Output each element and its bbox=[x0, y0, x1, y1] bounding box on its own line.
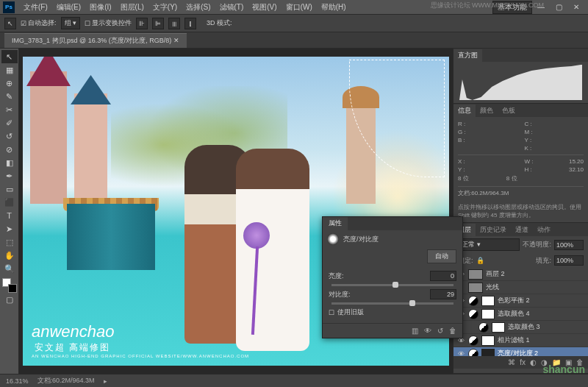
right-panels: 直方图 信息 颜色 色板 R : G : B : bbox=[453, 49, 588, 374]
blend-mode-select[interactable]: 正常 ▾ bbox=[458, 238, 520, 251]
mask-icon[interactable]: ◐ bbox=[530, 358, 537, 366]
layer-row[interactable]: ▸光线 bbox=[453, 281, 588, 294]
delete-layer-icon[interactable]: 🗑 bbox=[576, 358, 584, 366]
menu-layer[interactable]: 图层(L) bbox=[116, 1, 148, 14]
layer-name[interactable]: 色彩平衡 2 bbox=[498, 296, 530, 305]
menu-image[interactable]: 图像(I) bbox=[85, 1, 115, 14]
zoom-tool[interactable]: 🔍 bbox=[1, 262, 18, 275]
svg-marker-0 bbox=[459, 65, 582, 100]
align-icon-3[interactable]: ⫼ bbox=[168, 18, 180, 29]
move-tool[interactable]: ↖ bbox=[1, 50, 18, 63]
menu-edit[interactable]: 编辑(E) bbox=[52, 1, 85, 14]
menu-file[interactable]: 文件(F) bbox=[19, 1, 52, 14]
layer-mask-thumb[interactable] bbox=[481, 335, 495, 346]
layer-name[interactable]: 相片滤镜 1 bbox=[498, 335, 530, 345]
color-swatch[interactable] bbox=[2, 278, 17, 293]
align-icon-1[interactable]: ⊪ bbox=[136, 18, 148, 29]
group-icon[interactable]: 📁 bbox=[552, 358, 561, 366]
crop-tool[interactable]: ✂ bbox=[1, 103, 18, 116]
opacity-input[interactable] bbox=[554, 240, 584, 250]
auto-select-check[interactable]: ☑自动选择: bbox=[21, 18, 57, 28]
view-prev-icon[interactable]: 👁 bbox=[424, 327, 431, 335]
properties-tab[interactable]: 属性 bbox=[323, 217, 348, 230]
layer-mask-thumb[interactable] bbox=[481, 296, 495, 306]
menu-type[interactable]: 文字(Y) bbox=[148, 1, 182, 14]
swatches-tab[interactable]: 色板 bbox=[498, 104, 520, 117]
pen-tool[interactable]: ✒ bbox=[1, 169, 18, 182]
document-tab[interactable]: IMG_3783_1 拷贝.psd @ 16.3% (亮度/对比度, RGB/8… bbox=[4, 33, 187, 48]
rect-tool[interactable]: ⬚ bbox=[1, 235, 18, 249]
brush-tool[interactable]: ⊘ bbox=[1, 143, 18, 156]
layer-thumb bbox=[468, 269, 483, 280]
channels-tab[interactable]: 通道 bbox=[511, 224, 533, 236]
window-maximize[interactable]: ▢ bbox=[550, 3, 567, 11]
layer-mask-thumb[interactable] bbox=[492, 322, 505, 333]
path-tool[interactable]: ➤ bbox=[1, 222, 18, 235]
zoom-readout[interactable]: 16.31% bbox=[6, 377, 29, 385]
shape-tool[interactable]: ⬛ bbox=[1, 196, 18, 209]
contrast-slider[interactable] bbox=[331, 302, 453, 305]
info-tab[interactable]: 信息 bbox=[453, 104, 476, 117]
clip-icon[interactable]: ▥ bbox=[412, 327, 418, 335]
adjustment-thumb bbox=[468, 349, 478, 357]
link-layers-icon[interactable]: ⌘ bbox=[508, 358, 515, 366]
eyedropper-tool[interactable]: ✐ bbox=[1, 116, 18, 129]
layer-name[interactable]: 选取颜色 4 bbox=[498, 309, 530, 319]
layer-row[interactable]: 👁色彩平衡 2 bbox=[453, 294, 588, 308]
legacy-checkbox[interactable]: ☐ bbox=[329, 309, 334, 316]
layer-row[interactable]: 👁选取颜色 4 bbox=[453, 308, 588, 321]
fill-input[interactable] bbox=[554, 255, 584, 266]
menu-select[interactable]: 选择(S) bbox=[182, 1, 215, 14]
layers-list[interactable]: 👁画层 2▸光线👁色彩平衡 2👁选取颜色 4选取颜色 3👁相片滤镜 1👁亮度/对… bbox=[453, 268, 588, 356]
color-tab[interactable]: 颜色 bbox=[476, 104, 498, 117]
menu-filter[interactable]: 滤镜(T) bbox=[215, 1, 248, 14]
new-layer-icon[interactable]: ▣ bbox=[565, 358, 572, 366]
menu-help[interactable]: 帮助(H) bbox=[317, 1, 351, 14]
layer-name[interactable]: 画层 2 bbox=[486, 269, 505, 279]
lasso-tool[interactable]: ⊕ bbox=[1, 77, 18, 90]
show-transform-check[interactable]: ☐显示变换控件 bbox=[85, 18, 132, 28]
quickmask-toggle[interactable]: ▢ bbox=[1, 293, 18, 306]
auto-select-target[interactable]: 组 ▾ bbox=[61, 17, 81, 29]
properties-panel[interactable]: 属性 亮度/对比度 自动 亮度: 对比度: ☐ 使用旧版 ▥ 👁 ↺ 🗑 bbox=[322, 216, 463, 338]
brightness-label: 亮度: bbox=[329, 271, 344, 281]
reset-icon[interactable]: ↺ bbox=[437, 327, 443, 335]
wand-tool[interactable]: ✎ bbox=[1, 90, 18, 103]
layer-row[interactable]: 选取颜色 3 bbox=[453, 321, 588, 334]
contrast-value[interactable] bbox=[430, 289, 456, 299]
marquee-tool[interactable]: ▦ bbox=[1, 63, 18, 77]
align-icon-4[interactable]: ⫿ bbox=[184, 18, 196, 29]
doc-info-readout[interactable]: 文档:60.2M/964.3M bbox=[37, 376, 95, 386]
layer-name[interactable]: 选取颜色 3 bbox=[508, 322, 540, 332]
info-hint: 点按并拖移以移动图层或移动选区的拷贝。使用 Shift 键制约 45 度增量方向… bbox=[453, 200, 588, 222]
heal-tool[interactable]: ↺ bbox=[1, 129, 18, 143]
adjustment-thumb bbox=[468, 335, 478, 346]
menu-view[interactable]: 视图(V) bbox=[248, 1, 281, 14]
window-close[interactable]: ✕ bbox=[567, 3, 585, 11]
history-tab[interactable]: 历史记录 bbox=[476, 224, 511, 236]
stamp-tool[interactable]: ◧ bbox=[1, 156, 18, 169]
delete-adj-icon[interactable]: 🗑 bbox=[449, 327, 456, 335]
layer-row[interactable]: 👁相片滤镜 1 bbox=[453, 334, 588, 347]
layer-name[interactable]: 亮度/对比度 2 bbox=[498, 349, 538, 356]
layer-row[interactable]: 👁画层 2 bbox=[453, 268, 588, 281]
histogram-tab[interactable]: 直方图 bbox=[453, 49, 482, 62]
hand-tool[interactable]: ✋ bbox=[1, 249, 18, 262]
layer-mask-thumb[interactable] bbox=[481, 349, 495, 357]
adjustment-icon[interactable]: ◑ bbox=[541, 358, 548, 366]
type-tool[interactable]: T bbox=[1, 209, 18, 222]
lock-icon[interactable]: 🔒 bbox=[476, 257, 484, 264]
layer-row[interactable]: 👁亮度/对比度 2 bbox=[453, 347, 588, 356]
layer-mask-thumb[interactable] bbox=[481, 309, 495, 319]
brightness-value[interactable] bbox=[430, 271, 456, 281]
align-icon-2[interactable]: ⊫ bbox=[152, 18, 164, 29]
auto-button[interactable]: 自动 bbox=[427, 249, 456, 263]
fx-icon[interactable]: fx bbox=[520, 358, 526, 366]
menu-window[interactable]: 窗口(W) bbox=[282, 1, 317, 14]
adjustment-title: 亮度/对比度 bbox=[343, 235, 379, 244]
actions-tab[interactable]: 动作 bbox=[533, 224, 555, 236]
layer-name[interactable]: 光线 bbox=[486, 283, 499, 292]
visibility-toggle[interactable]: 👁 bbox=[456, 350, 465, 357]
brightness-slider[interactable] bbox=[331, 284, 453, 286]
gradient-tool[interactable]: ▭ bbox=[1, 182, 18, 196]
